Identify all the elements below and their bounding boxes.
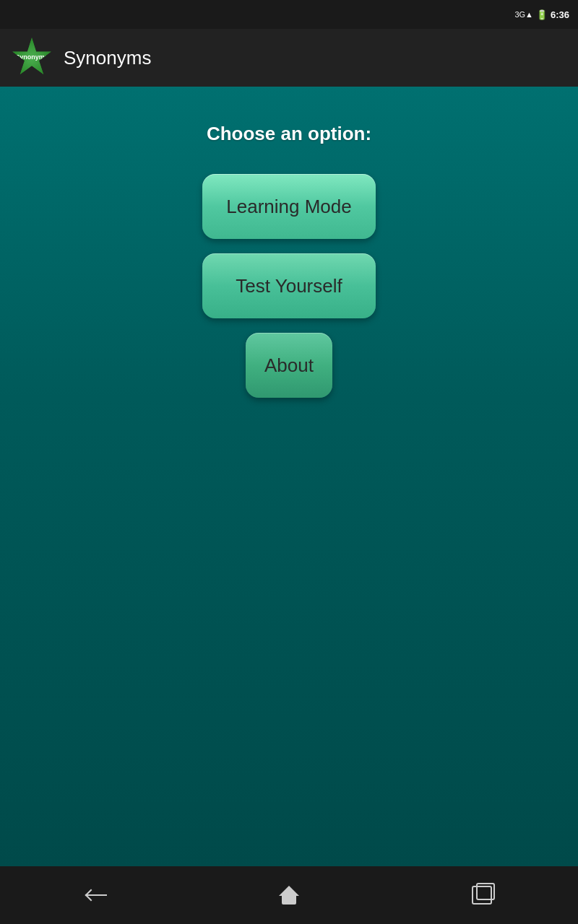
home-button[interactable] bbox=[260, 877, 318, 913]
app-title: Synonyms bbox=[64, 47, 151, 69]
app-bar: Synonyms Synonyms bbox=[0, 29, 578, 87]
about-button[interactable]: About bbox=[246, 333, 332, 398]
back-button[interactable] bbox=[67, 877, 125, 913]
home-body bbox=[282, 894, 296, 905]
battery-icon: 🔋 bbox=[536, 9, 548, 20]
main-content: Choose an option: Learning Mode Test You… bbox=[0, 87, 578, 866]
back-arrow-icon bbox=[85, 888, 107, 902]
test-yourself-button[interactable]: Test Yourself bbox=[202, 253, 376, 318]
buttons-container: Learning Mode Test Yourself About bbox=[202, 174, 376, 398]
status-icons: 3G▲ 🔋 6:36 bbox=[514, 9, 569, 20]
choose-label: Choose an option: bbox=[207, 123, 371, 145]
learning-mode-button[interactable]: Learning Mode bbox=[202, 174, 376, 239]
time-display: 6:36 bbox=[551, 9, 569, 20]
app-logo: Synonyms bbox=[12, 38, 52, 78]
logo-star: Synonyms bbox=[12, 38, 52, 78]
recents-icon bbox=[472, 886, 492, 905]
nav-bar bbox=[0, 866, 578, 924]
recents-button[interactable] bbox=[453, 877, 511, 913]
logo-text: Synonyms bbox=[15, 54, 48, 61]
signal-icon: 3G▲ bbox=[514, 10, 533, 19]
status-bar: 3G▲ 🔋 6:36 bbox=[0, 0, 578, 29]
home-icon bbox=[279, 886, 299, 905]
